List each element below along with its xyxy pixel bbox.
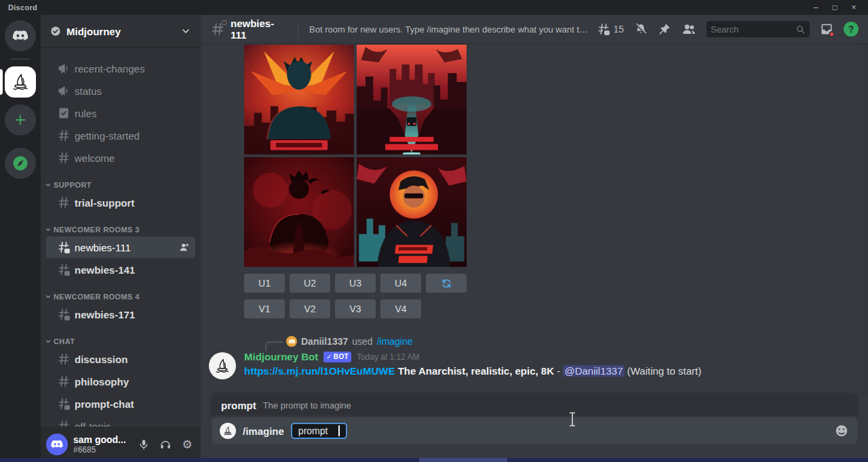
v3-button[interactable]: V3 xyxy=(335,299,376,318)
reply-author-avatar[interactable] xyxy=(286,336,297,347)
slash-command-hint[interactable]: prompt The prompt to imagine xyxy=(212,395,857,415)
hash-icon xyxy=(57,375,71,388)
midjourney-image-grid[interactable] xyxy=(244,45,467,267)
pinned-messages-button[interactable] xyxy=(658,22,671,36)
generated-image-3[interactable] xyxy=(244,157,354,267)
explore-servers-button[interactable] xyxy=(5,148,36,179)
channel-prompt-chat[interactable]: prompt-chat xyxy=(46,393,195,415)
generated-image-4[interactable] xyxy=(357,157,467,267)
category-support[interactable]: SUPPORT xyxy=(41,181,201,189)
midjourney-sailboat-icon xyxy=(10,72,31,92)
message-input[interactable]: /imagine prompt xyxy=(212,417,857,444)
channel-recent-changes[interactable]: recent-changes xyxy=(46,58,195,79)
reply-command-link[interactable]: /imagine xyxy=(377,336,413,347)
v1-button[interactable]: V1 xyxy=(244,299,285,318)
threads-button[interactable]: 15 xyxy=(597,22,624,36)
bot-message: Midjourney Bot ✓ BOT Today at 1:12 AM ht… xyxy=(244,351,868,377)
search-icon xyxy=(795,24,806,35)
search-input[interactable]: Search xyxy=(707,21,810,37)
job-link[interactable]: https://s.mj.run/l1OHvEuMUWE xyxy=(244,365,395,377)
upscale-button-row: U1 U2 U3 U4 xyxy=(244,274,868,293)
headphones-button[interactable] xyxy=(157,438,174,450)
channel-topic[interactable]: Bot room for new users. Type /imagine th… xyxy=(309,24,591,35)
reroll-button[interactable] xyxy=(426,274,467,293)
channel-getting-started[interactable]: getting-started xyxy=(46,125,195,146)
user-mention[interactable]: @Daniil1337 xyxy=(563,365,624,377)
channel-label: rules xyxy=(75,108,97,119)
category-newcomer-rooms-3[interactable]: NEWCOMER ROOMS 3 xyxy=(41,226,201,234)
minimize-button[interactable]: – xyxy=(808,1,823,14)
bot-badge: ✓ BOT xyxy=(323,352,351,362)
channel-sidebar: Midjourney recent-changes status rules g… xyxy=(41,15,201,462)
bot-avatar[interactable] xyxy=(209,352,236,379)
channel-discussion[interactable]: discussion xyxy=(46,348,195,370)
mouse-ibeam-cursor xyxy=(568,412,576,427)
chevron-down-icon xyxy=(180,26,191,37)
server-header[interactable]: Midjourney xyxy=(41,15,201,47)
channel-rules[interactable]: rules xyxy=(46,102,195,124)
u2-button[interactable]: U2 xyxy=(290,274,330,293)
help-button[interactable]: ? xyxy=(844,22,859,37)
mic-button[interactable] xyxy=(136,438,152,450)
channel-newbies-141[interactable]: newbies-141 xyxy=(46,259,195,280)
notifications-muted-button[interactable] xyxy=(634,22,648,36)
channel-newbies-171[interactable]: newbies-171 xyxy=(46,303,195,325)
hash-chat-icon xyxy=(57,308,71,321)
channel-off-topic[interactable]: off-topic xyxy=(46,415,195,427)
channel-label: welcome xyxy=(75,152,115,164)
prompt-option-value: prompt xyxy=(298,425,328,436)
invite-people-icon[interactable] xyxy=(179,242,190,253)
u1-button[interactable]: U1 xyxy=(244,274,285,293)
emoji-picker-button[interactable] xyxy=(834,423,849,438)
maximize-button[interactable]: □ xyxy=(827,1,842,14)
reply-context[interactable]: Daniil1337 used /imagine xyxy=(265,336,868,347)
hash-chat-icon xyxy=(57,263,71,276)
hint-option-description: The prompt to imagine xyxy=(263,400,351,411)
server-name: Midjourney xyxy=(66,26,175,37)
add-server-button[interactable] xyxy=(5,104,36,135)
category-newcomer-rooms-4[interactable]: NEWCOMER ROOMS 4 xyxy=(41,293,201,301)
home-button[interactable] xyxy=(5,20,36,51)
user-discriminator: #6685 xyxy=(73,445,130,455)
inbox-button[interactable] xyxy=(820,22,833,36)
channel-label: off-topic xyxy=(75,421,111,427)
category-chat[interactable]: CHAT xyxy=(41,337,201,345)
search-placeholder: Search xyxy=(711,24,738,35)
channel-trial-support[interactable]: trial-support xyxy=(46,192,195,213)
bot-author-name[interactable]: Midjourney Bot xyxy=(244,351,318,362)
user-avatar[interactable] xyxy=(46,434,68,455)
generated-image-2[interactable] xyxy=(357,45,467,154)
channel-label: newbies-171 xyxy=(75,309,135,320)
generated-image-1[interactable] xyxy=(244,45,354,154)
channel-philosophy[interactable]: philosophy xyxy=(46,371,195,392)
settings-gear-button[interactable]: ⚙ xyxy=(179,438,195,451)
reply-author[interactable]: Daniil1337 xyxy=(301,336,348,347)
channel-welcome[interactable]: welcome xyxy=(46,147,195,169)
channel-newbies-111[interactable]: newbies-111 xyxy=(46,236,195,258)
channel-label: recent-changes xyxy=(75,63,144,75)
prompt-option-field[interactable]: prompt xyxy=(291,423,348,439)
channel-label: status xyxy=(75,85,102,97)
v2-button[interactable]: V2 xyxy=(290,299,330,318)
v4-button[interactable]: V4 xyxy=(380,299,421,318)
inbox-alert-dot xyxy=(829,31,835,37)
channel-status[interactable]: status xyxy=(46,80,195,102)
channel-list[interactable]: recent-changes status rules getting-star… xyxy=(41,47,201,427)
chat-area[interactable]: U1 U2 U3 U4 V1 V2 V3 V4 xyxy=(201,43,868,395)
chevron-down-icon xyxy=(45,338,52,345)
close-button[interactable]: × xyxy=(846,1,861,14)
member-list-button[interactable] xyxy=(682,22,696,37)
midjourney-sailboat-icon xyxy=(222,425,233,436)
channel-label: trial-support xyxy=(75,197,134,209)
main-panel: newbies-111 Bot room for new users. Type… xyxy=(201,15,868,462)
megaphone-icon xyxy=(57,62,71,75)
active-command: /imagine xyxy=(243,425,284,437)
discord-logo-icon xyxy=(12,27,29,45)
u3-button[interactable]: U3 xyxy=(335,274,376,293)
u4-button[interactable]: U4 xyxy=(380,274,421,293)
hint-option-name: prompt xyxy=(221,400,256,411)
text-caret xyxy=(338,425,340,436)
server-button-midjourney[interactable] xyxy=(5,66,36,98)
chevron-down-icon xyxy=(45,226,52,233)
username: sam good... xyxy=(73,434,130,445)
